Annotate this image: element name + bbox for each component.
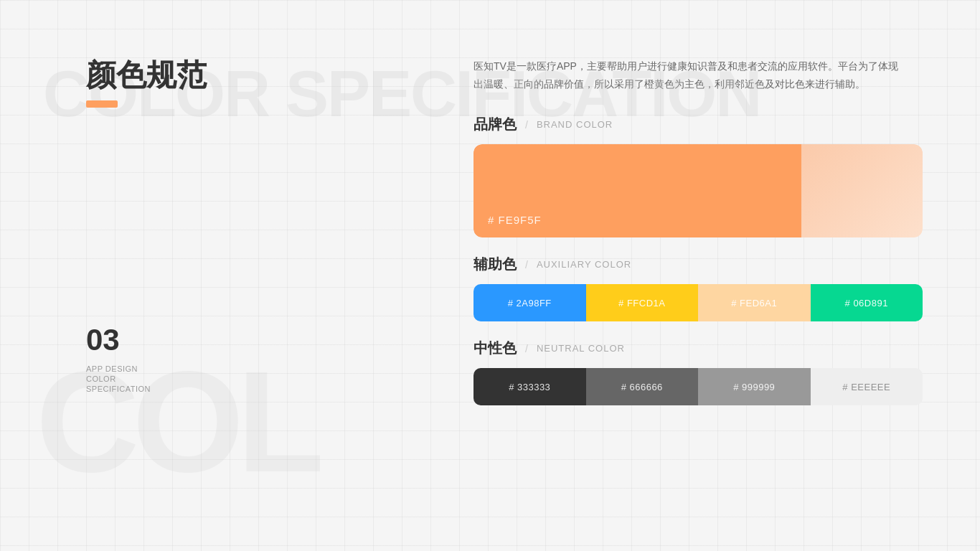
neutral-color-container: # 333333 # 666666 # 999999 # EEEEEE <box>473 368 923 405</box>
aux-green-swatch: # 06D891 <box>811 284 923 321</box>
orange-bar <box>86 100 118 108</box>
aux-yellow-code: # FFCD1A <box>618 298 665 309</box>
neutral-mid-code: # 666666 <box>621 382 663 392</box>
neutral-dark-swatch: # 333333 <box>473 368 586 405</box>
brand-color-container: # FE9F5F <box>473 144 923 237</box>
breadcrumb: APP DESIGN COLOR SPECIFICATION <box>86 364 402 393</box>
breadcrumb-spec: SPECIFICATION <box>86 385 402 393</box>
aux-blue-swatch: # 2A98FF <box>473 284 586 321</box>
neutral-divider: / <box>525 343 528 354</box>
aux-yellow-swatch: # FFCD1A <box>586 284 699 321</box>
aux-color-section: 辅助色 / AUXILIARY COLOR # 2A98FF # FFCD1A … <box>473 255 923 321</box>
aux-title-en: AUXILIARY COLOR <box>537 259 631 270</box>
brand-color-section: 品牌色 / BRAND COLOR # FE9F5F <box>473 115 923 237</box>
brand-primary-swatch: # FE9F5F <box>473 144 801 237</box>
neutral-mid-swatch: # 666666 <box>586 368 699 405</box>
neutral-light-code: # 999999 <box>733 382 775 392</box>
brand-light-swatch <box>801 144 923 237</box>
neutral-color-section: 中性色 / NEUTRAL COLOR # 333333 # 666666 # … <box>473 339 923 405</box>
aux-orange-code: # FED6A1 <box>731 298 777 309</box>
neutral-light-swatch: # 999999 <box>698 368 811 405</box>
aux-color-container: # 2A98FF # FFCD1A # FED6A1 # 06D891 <box>473 284 923 321</box>
neutral-section-header: 中性色 / NEUTRAL COLOR <box>473 339 923 358</box>
neutral-title-en: NEUTRAL COLOR <box>537 343 625 354</box>
aux-divider: / <box>525 259 528 270</box>
aux-orange-swatch: # FED6A1 <box>698 284 811 321</box>
left-content: 颜色规范 03 APP DESIGN COLOR SPECIFICATION <box>86 57 402 393</box>
aux-green-code: # 06D891 <box>845 298 888 309</box>
left-panel: COLOR SPECIFICATION COL 颜色规范 03 APP DESI… <box>0 0 445 551</box>
breadcrumb-app-design: APP DESIGN <box>86 364 402 373</box>
aux-title-cn: 辅助色 <box>473 255 517 274</box>
breadcrumb-color: COLOR <box>86 375 402 383</box>
page-title: 颜色规范 <box>86 57 402 93</box>
neutral-dark-code: # 333333 <box>509 382 550 392</box>
brand-primary-code: # FE9F5F <box>488 214 542 226</box>
page-number: 03 <box>86 323 402 357</box>
neutral-title-cn: 中性色 <box>473 339 517 358</box>
aux-blue-code: # 2A98FF <box>508 298 552 309</box>
page-wrapper: COLOR SPECIFICATION COL 颜色规范 03 APP DESI… <box>0 0 980 551</box>
aux-section-header: 辅助色 / AUXILIARY COLOR <box>473 255 923 274</box>
neutral-white-swatch: # EEEEEE <box>811 368 923 405</box>
neutral-white-code: # EEEEEE <box>842 382 890 392</box>
